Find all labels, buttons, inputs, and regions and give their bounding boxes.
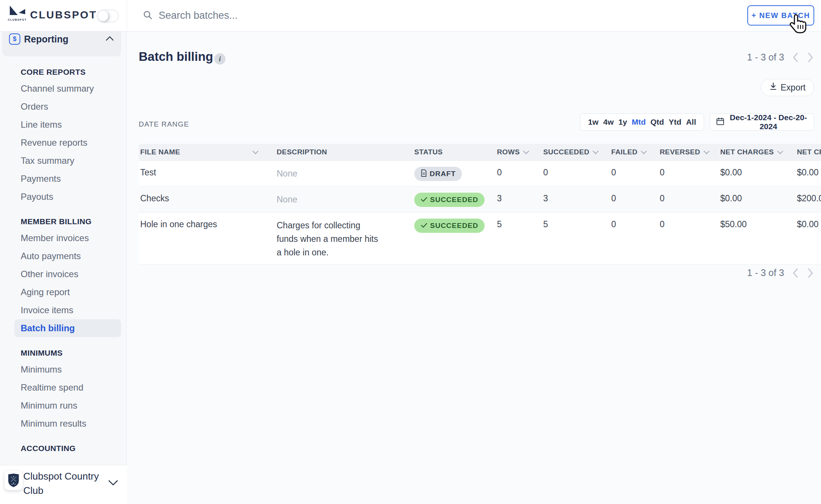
topbar-divider [127, 0, 127, 31]
sidebar-item-aging-report[interactable]: Aging report [0, 283, 121, 301]
status-badge-succeeded: SUCCEEDED [414, 193, 485, 207]
check-icon [421, 196, 427, 204]
sort-chevron-icon[interactable] [523, 148, 529, 156]
table-header-row: FILE NAME DESCRIPTION STATUS ROWS SUCCEE… [139, 144, 821, 160]
next-page-button[interactable] [807, 52, 814, 63]
preset-1w[interactable]: 1w [588, 118, 598, 127]
date-range-value: Dec-1-2024 - Dec-20-2024 [729, 113, 808, 131]
preset-4w[interactable]: 4w [603, 118, 614, 127]
column-header-file-name[interactable]: FILE NAME [139, 148, 277, 156]
cell-net-charges: $0.00 [720, 193, 797, 204]
sidebar-item-tax-summary[interactable]: Tax summary [0, 152, 121, 170]
sidebar-item-channel-summary[interactable]: Channel summary [0, 80, 121, 98]
search-input[interactable] [158, 9, 392, 22]
export-label: Export [781, 83, 806, 93]
logo-caption: CLUBSPOT [7, 18, 28, 21]
sidebar-item-minimum-runs[interactable]: Minimum runs [0, 397, 121, 415]
sidebar-item-batch-billing[interactable]: Batch billing [14, 319, 121, 337]
page-title: Batch billing [139, 50, 213, 64]
cell-status: SUCCEEDED [414, 193, 497, 207]
reporting-label: Reporting [24, 34, 68, 45]
column-header-failed[interactable]: FAILED [611, 148, 660, 156]
cell-failed: 0 [611, 193, 660, 204]
sidebar-item-minimums[interactable]: Minimums [0, 361, 121, 379]
date-range-label: DATE RANGE [139, 120, 189, 128]
next-page-button[interactable] [807, 268, 814, 278]
cell-status: DRAFT [414, 167, 497, 181]
search-icon [143, 10, 158, 21]
dollar-icon: $ [9, 33, 20, 45]
pagination-top: 1 - 3 of 3 [747, 52, 814, 63]
main-content: Batch billing i 1 - 3 of 3 Export DATE R… [127, 32, 821, 504]
table-row[interactable]: Checks None SUCCEEDED 3 3 0 0 $0.00 $200… [139, 186, 821, 212]
sidebar-item-payouts[interactable]: Payouts [0, 188, 121, 206]
cell-description: None [277, 193, 382, 206]
cell-rows: 5 [497, 219, 543, 230]
sidebar-item-payments[interactable]: Payments [0, 170, 121, 188]
cell-net-charges: $0.00 [720, 167, 797, 178]
column-header-succeeded[interactable]: SUCCEEDED [543, 148, 611, 156]
preset-mtd[interactable]: Mtd [632, 118, 646, 127]
topbar: CLUBSPOT CLUBSPOT + NEW BATCH [0, 0, 821, 32]
brand-wordmark: CLUBSPOT [30, 9, 97, 21]
sort-chevron-icon[interactable] [703, 148, 710, 156]
date-range-picker[interactable]: Dec-1-2024 - Dec-20-2024 [710, 113, 814, 131]
section-title-accounting: ACCOUNTING [21, 444, 121, 453]
column-header-net-charges[interactable]: NET CHARGES [720, 148, 797, 156]
cell-net-credits: $200.00 [797, 193, 821, 204]
club-name: Clubspot Country Club [23, 469, 104, 498]
table-row[interactable]: Hole in one charges Charges for collecti… [139, 212, 821, 264]
column-header-reversed[interactable]: REVERSED [660, 148, 720, 156]
check-icon [421, 222, 427, 230]
column-header-description[interactable]: DESCRIPTION [277, 148, 414, 156]
club-selector[interactable]: Clubspot Country Club [0, 465, 127, 504]
cell-succeeded: 5 [543, 219, 611, 230]
sidebar-item-line-items[interactable]: Line items [0, 116, 121, 134]
cell-description: Charges for collecting funds when a memb… [277, 219, 382, 259]
pagination-bottom: 1 - 3 of 3 [747, 267, 814, 278]
export-button[interactable]: Export [761, 79, 814, 96]
preset-all[interactable]: All [686, 118, 696, 127]
section-title-core-reports: CORE REPORTS [21, 68, 121, 77]
cell-reversed: 0 [660, 219, 720, 230]
cell-description: None [277, 167, 382, 180]
cell-reversed: 0 [660, 193, 720, 204]
toggle-knob [98, 11, 108, 21]
sidebar-item-minimum-results[interactable]: Minimum results [0, 415, 121, 433]
sort-chevron-icon[interactable] [592, 148, 599, 156]
sidebar-item-realtime-spend[interactable]: Realtime spend [0, 379, 121, 397]
batch-billing-screen: $ Reporting CORE REPORTS Channel summary… [0, 0, 821, 504]
cell-net-charges: $50.00 [720, 219, 797, 230]
column-header-status[interactable]: STATUS [414, 148, 497, 156]
cell-failed: 0 [611, 167, 660, 178]
search-bar [143, 0, 392, 31]
sidebar-item-revenue-reports[interactable]: Revenue reports [0, 134, 121, 152]
sidebar-toggle[interactable] [97, 10, 119, 22]
prev-page-button[interactable] [792, 268, 799, 278]
sidebar-item-auto-payments[interactable]: Auto payments [0, 247, 121, 265]
preset-ytd[interactable]: Ytd [669, 118, 682, 127]
table-row[interactable]: Test None DRAFT 0 0 0 0 $0.00 $0.00 [139, 160, 821, 186]
cell-succeeded: 3 [543, 193, 611, 204]
section-title-minimums: MINIMUMS [21, 349, 121, 358]
preset-qtd[interactable]: Qtd [650, 118, 664, 127]
chevron-up-icon [105, 36, 114, 43]
sort-chevron-icon[interactable] [641, 148, 647, 156]
sidebar-item-invoice-items[interactable]: Invoice items [0, 301, 121, 319]
column-header-net-credits[interactable]: NET CREDITS [797, 148, 821, 156]
sidebar-item-other-invoices[interactable]: Other invoices [0, 265, 121, 283]
sort-chevron-icon[interactable] [252, 148, 259, 156]
prev-page-button[interactable] [792, 52, 799, 63]
sidebar-item-orders[interactable]: Orders [0, 98, 121, 116]
sidebar-item-member-invoices[interactable]: Member invoices [0, 229, 121, 247]
date-range-presets: 1w 4w 1y Mtd Qtd Ytd All [580, 113, 704, 131]
chevron-down-icon[interactable] [108, 480, 118, 487]
sort-chevron-icon[interactable] [777, 148, 783, 156]
info-icon[interactable]: i [214, 53, 226, 65]
mouse-cursor-pointer [789, 14, 808, 36]
calendar-icon [716, 117, 724, 127]
preset-1y[interactable]: 1y [618, 118, 627, 127]
cell-net-credits: $0.00 [797, 219, 821, 230]
column-header-rows[interactable]: ROWS [497, 148, 543, 156]
cell-file-name: Checks [139, 193, 277, 204]
